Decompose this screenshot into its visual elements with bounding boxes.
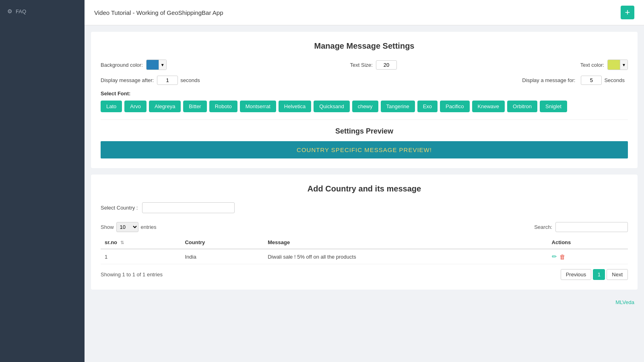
cell-actions: ✏ 🗑 bbox=[548, 249, 628, 264]
display-for-input[interactable] bbox=[581, 76, 602, 85]
brand-label: MLVeda bbox=[615, 299, 634, 305]
select-font-section: Select Font: LatoArvoAlegreyaBitterRobot… bbox=[101, 90, 628, 112]
text-color-box bbox=[608, 60, 620, 70]
search-row: Search: bbox=[534, 222, 628, 232]
font-btn-knewave[interactable]: Knewave bbox=[472, 101, 505, 112]
manage-settings-panel: Manage Message Settings Background color… bbox=[91, 32, 638, 168]
col-message: Message bbox=[264, 236, 547, 249]
font-btn-sniglet[interactable]: Sniglet bbox=[540, 101, 567, 112]
col-actions: Actions bbox=[548, 236, 628, 249]
display-after-col: Display message after: seconds bbox=[101, 76, 203, 85]
table-head: sr.no ⇅ Country Message Actions bbox=[101, 236, 628, 249]
table-header-row: sr.no ⇅ Country Message Actions bbox=[101, 236, 628, 249]
preview-bar: COUNTRY SPECIFIC MESSAGE PREVIEW! bbox=[101, 141, 628, 158]
manage-settings-title: Manage Message Settings bbox=[101, 41, 628, 51]
current-page[interactable]: 1 bbox=[593, 269, 605, 280]
cell-message: Diwali sale ! 5% off on all the products bbox=[264, 249, 547, 264]
countries-table: sr.no ⇅ Country Message Actions 1 India … bbox=[101, 236, 628, 264]
settings-row-2: Display message after: seconds Display a… bbox=[101, 76, 628, 85]
select-font-label: Select Font: bbox=[101, 90, 628, 97]
bg-color-arrow: ▼ bbox=[159, 60, 166, 70]
bg-color-label: Background color: bbox=[101, 62, 143, 68]
search-label: Search: bbox=[534, 224, 552, 230]
sort-icon-srno: ⇅ bbox=[120, 240, 124, 245]
font-btn-lato[interactable]: Lato bbox=[101, 101, 122, 112]
table-body: 1 India Diwali sale ! 5% off on all the … bbox=[101, 249, 628, 264]
font-btn-arvo[interactable]: Arvo bbox=[124, 101, 147, 112]
add-country-title: Add Country and its message bbox=[101, 184, 628, 193]
add-country-panel: Add Country and its message Select Count… bbox=[91, 175, 638, 290]
sidebar-item-label: FAQ bbox=[16, 8, 26, 14]
text-color-col: Text color: ▼ bbox=[580, 60, 628, 70]
display-after-input[interactable] bbox=[157, 76, 178, 85]
gear-icon: ⚙ bbox=[7, 8, 12, 14]
text-size-label: Text Size: bbox=[350, 62, 373, 68]
font-btn-exo[interactable]: Exo bbox=[417, 101, 438, 112]
country-select-row: Select Country : bbox=[101, 202, 628, 213]
display-after-unit: seconds bbox=[180, 77, 200, 83]
bg-color-col: Background color: ▼ bbox=[101, 60, 167, 70]
footer: MLVeda bbox=[85, 296, 644, 307]
bg-color-box bbox=[147, 60, 159, 70]
font-btn-roboto[interactable]: Roboto bbox=[209, 101, 237, 112]
col-srno: sr.no ⇅ bbox=[101, 236, 181, 249]
delete-icon[interactable]: 🗑 bbox=[559, 253, 566, 260]
settings-preview-title: Settings Preview bbox=[101, 127, 628, 136]
pagination-row: Showing 1 to 1 of 1 entries Previous 1 N… bbox=[101, 269, 628, 280]
country-select-label: Select Country : bbox=[101, 205, 138, 211]
show-label: Show bbox=[101, 224, 114, 230]
text-color-label: Text color: bbox=[580, 62, 604, 68]
show-entries-row: Show 10 25 50 100 entries Search: bbox=[101, 222, 628, 232]
display-after-label: Display message after: bbox=[101, 77, 154, 83]
font-btn-orbitron[interactable]: Orbitron bbox=[507, 101, 537, 112]
font-buttons-container: LatoArvoAlegreyaBitterRobotoMontserratHe… bbox=[101, 101, 628, 112]
text-color-arrow: ▼ bbox=[620, 60, 627, 70]
font-btn-montserrat[interactable]: Montserrat bbox=[240, 101, 276, 112]
page-title: Video Tutorial - Working of GeoShippingB… bbox=[94, 9, 223, 16]
sidebar: ⚙ FAQ bbox=[0, 0, 85, 362]
previous-button[interactable]: Previous bbox=[561, 269, 592, 280]
top-bar: Video Tutorial - Working of GeoShippingB… bbox=[85, 0, 644, 25]
entries-label: entries bbox=[141, 224, 157, 230]
entries-select[interactable]: 10 25 50 100 bbox=[116, 222, 138, 232]
display-for-unit: Seconds bbox=[604, 77, 625, 83]
next-button[interactable]: Next bbox=[607, 269, 628, 280]
sidebar-item-faq[interactable]: ⚙ FAQ bbox=[0, 4, 85, 19]
edit-icon[interactable]: ✏ bbox=[552, 253, 557, 260]
font-btn-bitter[interactable]: Bitter bbox=[183, 101, 206, 112]
cell-srno: 1 bbox=[101, 249, 181, 264]
showing-text: Showing 1 to 1 of 1 entries bbox=[101, 272, 163, 278]
table-row: 1 India Diwali sale ! 5% off on all the … bbox=[101, 249, 628, 264]
bg-color-swatch[interactable]: ▼ bbox=[146, 60, 167, 70]
font-btn-helvetica[interactable]: Helvetica bbox=[279, 101, 311, 112]
pagination-controls: Previous 1 Next bbox=[561, 269, 628, 280]
text-color-swatch[interactable]: ▼ bbox=[607, 60, 628, 70]
font-btn-quicksand[interactable]: Quicksand bbox=[314, 101, 349, 112]
display-for-label: Display a message for: bbox=[522, 77, 575, 83]
add-button[interactable]: + bbox=[621, 6, 634, 19]
show-entries-left: Show 10 25 50 100 entries bbox=[101, 222, 157, 232]
action-icons: ✏ 🗑 bbox=[552, 253, 624, 260]
cell-country: India bbox=[181, 249, 264, 264]
country-select-input[interactable] bbox=[142, 202, 235, 213]
text-size-input[interactable] bbox=[376, 60, 397, 70]
font-btn-tangerine[interactable]: Tangerine bbox=[381, 101, 415, 112]
settings-row-1: Background color: ▼ Text Size: Text colo… bbox=[101, 60, 628, 70]
col-country: Country bbox=[181, 236, 264, 249]
search-input[interactable] bbox=[555, 222, 628, 232]
font-btn-pacifico[interactable]: Pacifico bbox=[440, 101, 470, 112]
divider-1 bbox=[101, 119, 628, 120]
font-btn-chewy[interactable]: chewy bbox=[352, 101, 378, 112]
text-size-col: Text Size: bbox=[350, 60, 397, 70]
main-content: Video Tutorial - Working of GeoShippingB… bbox=[85, 0, 644, 362]
display-for-col: Display a message for: Seconds bbox=[522, 76, 628, 85]
font-btn-alegreya[interactable]: Alegreya bbox=[149, 101, 181, 112]
